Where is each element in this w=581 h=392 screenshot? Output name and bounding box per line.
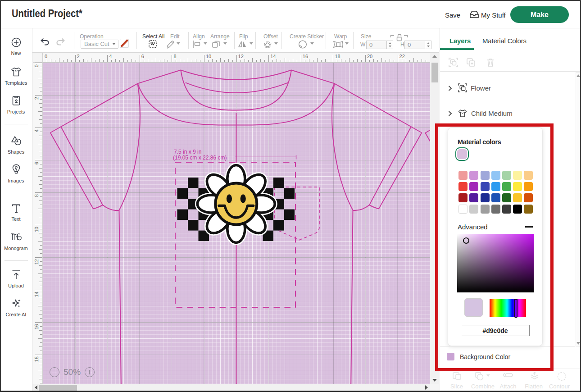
svg-text:7.5 in x 9 in: 7.5 in x 9 in bbox=[174, 149, 201, 155]
svg-text:(19.05 cm x 22.86 cm): (19.05 cm x 22.86 cm) bbox=[173, 155, 227, 161]
